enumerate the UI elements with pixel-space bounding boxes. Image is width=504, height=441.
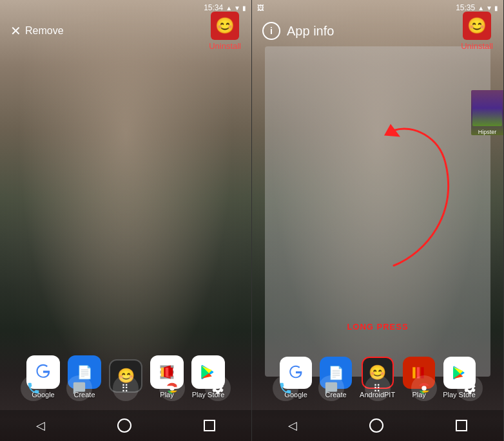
trash-icon-box-2: 😊 [463, 12, 491, 40]
system-dock-2: ⠿ [252, 369, 503, 408]
phone-icon[interactable] [21, 375, 46, 401]
wifi-icon: ▼ [234, 5, 240, 12]
home-button-2[interactable] [369, 418, 383, 433]
trash-app-icon-2: 😊 [467, 17, 487, 35]
trash-app-icon: 😊 [215, 17, 235, 35]
system-dock: ⠿ [0, 369, 251, 408]
photo-icon: 🖼 [257, 4, 264, 12]
app-info-label: App info [287, 24, 334, 39]
trash-icon-box: 😊 [211, 12, 239, 40]
nav-bar: ◁ [0, 410, 251, 441]
home-button[interactable] [117, 418, 131, 433]
svg-point-8 [422, 386, 426, 390]
info-icon: i [262, 22, 280, 40]
recents-button-2[interactable] [456, 420, 467, 431]
settings-icon-2[interactable] [457, 375, 483, 401]
action-bar: ✕ Remove 😊 Uninstall [0, 15, 251, 46]
battery-icon-2: ▮ [494, 5, 498, 12]
back-button-2[interactable]: ◁ [288, 418, 297, 433]
back-button[interactable]: ◁ [36, 418, 45, 433]
apps-icon-2[interactable]: ⠿ [365, 375, 391, 401]
uninstall-label-2: Uninstall [461, 41, 493, 51]
long-press-label: LONG PRESS [347, 322, 408, 332]
close-icon: ✕ [10, 23, 21, 39]
panel-2: 🖼 15:35 ▲ ▼ ▮ i App info 😊 Uninstall Hip… [252, 0, 504, 441]
chrome-icon-2[interactable] [411, 375, 437, 401]
nav-bar-2: ◁ [252, 410, 503, 441]
chrome-icon[interactable] [159, 375, 185, 401]
remove-label: Remove [25, 25, 64, 37]
uninstall-button-2[interactable]: 😊 Uninstall [461, 12, 493, 51]
signal-icon: ▲ [226, 5, 232, 12]
svg-point-3 [170, 386, 174, 390]
status-icons-2: ▲ ▼ ▮ [478, 5, 498, 12]
messages-icon-2[interactable] [318, 375, 344, 401]
phone-icon-2[interactable] [273, 375, 298, 401]
signal-icon-2: ▲ [478, 5, 484, 12]
status-icons: ▲ ▼ ▮ [226, 5, 246, 12]
app-info-bar: i App info 😊 Uninstall [252, 15, 503, 46]
panel-1: 15:34 ▲ ▼ ▮ ✕ Remove 😊 Uninstall [0, 0, 252, 441]
battery-icon: ▮ [242, 5, 246, 12]
arrow-annotation [265, 64, 490, 338]
uninstall-button[interactable]: 😊 Uninstall [209, 12, 241, 51]
uninstall-label: Uninstall [209, 41, 241, 51]
apps-icon[interactable]: ⠿ [113, 375, 139, 401]
remove-button[interactable]: ✕ Remove [10, 23, 64, 39]
settings-icon[interactable] [205, 375, 231, 401]
messages-icon[interactable] [66, 375, 92, 401]
svg-marker-4 [384, 124, 400, 137]
wifi-icon-2: ▼ [486, 5, 492, 12]
recents-button[interactable] [204, 420, 215, 431]
